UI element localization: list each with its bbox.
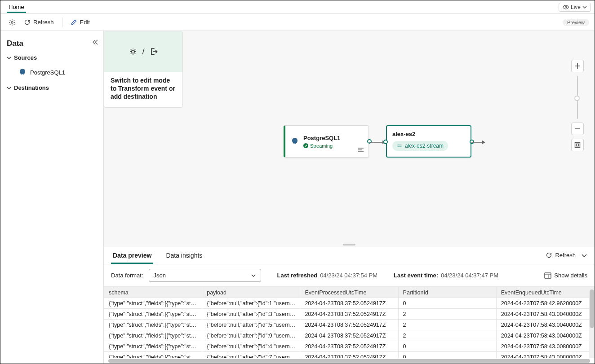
table-cell: 2 — [398, 320, 496, 330]
table-row[interactable]: {"type":"struct","fields":[{"type":"stru… — [104, 320, 595, 330]
bottom-refresh-button[interactable]: Refresh — [546, 252, 576, 259]
table-cell: {"before":null,"after":{"id":1,"usernam — [202, 298, 300, 309]
tree-section-destinations[interactable]: Destinations — [7, 84, 97, 91]
table-cell: 2 — [398, 309, 496, 320]
tab-home[interactable]: Home — [4, 1, 29, 13]
data-sidebar: Data Sources PostgreSQL1 Destinations — [0, 31, 104, 364]
table-cell: {"type":"struct","fields":[{"type":"stru… — [104, 298, 202, 309]
table-row[interactable]: {"type":"struct","fields":[{"type":"stru… — [104, 330, 595, 341]
status-text: Streaming — [310, 143, 333, 149]
table-cell: 2024-04-23T08:37:52.0524917Z — [300, 309, 398, 320]
column-header[interactable]: EventProcessedUtcTime — [300, 287, 398, 298]
plus-icon — [574, 63, 581, 69]
horizontal-scrollbar[interactable] — [108, 359, 590, 363]
refresh-icon — [24, 19, 31, 26]
tab-data-preview[interactable]: Data preview — [111, 247, 153, 263]
node-status: Streaming — [303, 143, 340, 149]
details-icon — [544, 272, 551, 279]
table-row[interactable]: {"type":"struct","fields":[{"type":"stru… — [104, 309, 595, 320]
edit-button[interactable]: Edit — [68, 17, 93, 27]
table-cell: 2024-04-23T08:37:52.0524917Z — [300, 320, 398, 330]
table-cell: 2024-04-23T08:37:52.0524917Z — [300, 330, 398, 341]
table-cell: 2024-04-23T07:58:43.0080000Z — [496, 352, 594, 359]
data-format-value: Json — [154, 272, 166, 279]
edit-icon — [71, 19, 77, 26]
sidebar-title: Data — [7, 39, 97, 48]
data-format-label: Data format: — [111, 272, 143, 279]
last-refreshed: Last refreshed 04/23/24 04:37:54 PM — [277, 272, 378, 279]
svg-rect-3 — [577, 144, 579, 146]
data-format-select[interactable]: Json — [149, 269, 261, 282]
chevron-down-icon — [582, 5, 587, 9]
toolbar: Refresh Edit Preview — [0, 14, 595, 31]
bottom-refresh-label: Refresh — [555, 252, 576, 259]
table-cell: 0 — [398, 298, 496, 309]
chevron-down-icon — [251, 273, 256, 278]
collapse-sidebar-button[interactable] — [92, 39, 98, 45]
dest-head: / — [104, 31, 182, 72]
zoom-in-button[interactable] — [571, 60, 584, 72]
transform-icon — [129, 47, 138, 56]
exit-icon — [149, 47, 158, 56]
tab-data-insights[interactable]: Data insights — [164, 247, 204, 263]
refresh-button[interactable]: Refresh — [21, 17, 57, 27]
column-header[interactable]: PartitionId — [398, 287, 496, 298]
bars-icon — [358, 147, 364, 153]
table-cell: 2024-04-23T08:37:52.0524917Z — [300, 298, 398, 309]
zoom-slider-knob[interactable] — [574, 96, 580, 101]
stream-chip[interactable]: alex-es2-stream — [392, 141, 448, 151]
source-item-label: PostgreSQL1 — [30, 69, 65, 76]
table-cell: 2024-04-23T07:58:43.0040000Z — [496, 320, 594, 330]
source-item-postgresql1[interactable]: PostgreSQL1 — [7, 66, 97, 79]
live-dropdown[interactable]: Live — [559, 3, 591, 12]
show-details-button[interactable]: Show details — [544, 272, 587, 279]
tree-section-sources[interactable]: Sources — [7, 54, 97, 61]
table-cell: 2024-04-23T07:58:43.0080000Z — [496, 341, 594, 352]
node-destination-placeholder[interactable]: / Switch to edit mode to Transform event… — [104, 31, 183, 108]
destinations-label: Destinations — [14, 84, 49, 91]
table-row[interactable]: {"type":"struct","fields":[{"type":"stru… — [104, 341, 595, 352]
sources-label: Sources — [14, 54, 37, 61]
gear-icon — [9, 19, 16, 26]
show-details-label: Show details — [554, 272, 587, 279]
svg-rect-2 — [575, 143, 580, 148]
table-row[interactable]: {"type":"struct","fields":[{"type":"stru… — [104, 298, 595, 309]
settings-button[interactable] — [6, 17, 18, 28]
tab-bar: Home Live — [0, 0, 595, 14]
refresh-label: Refresh — [33, 19, 54, 26]
table-cell: 2024-04-23T07:58:43.0040000Z — [496, 330, 594, 341]
column-header[interactable]: payload — [202, 287, 300, 298]
node-stream-alex-es2[interactable]: alex-es2 alex-es2-stream — [386, 125, 471, 158]
zoom-out-button[interactable] — [571, 123, 584, 135]
table-cell: {"type":"struct","fields":[{"type":"stru… — [104, 309, 202, 320]
column-header[interactable]: schema — [104, 287, 202, 298]
data-grid[interactable]: schemapayloadEventProcessedUtcTimePartit… — [104, 286, 595, 358]
edit-label: Edit — [80, 19, 90, 26]
svg-rect-8 — [545, 273, 551, 278]
table-cell: {"before":null,"after":{"id":4,"usernam — [202, 341, 300, 352]
svg-point-0 — [565, 6, 567, 8]
node-source-postgresql1[interactable]: PostgreSQL1 Streaming — [284, 125, 369, 158]
zoom-slider[interactable] — [577, 76, 578, 119]
table-row[interactable]: {"type":"struct","fields":[{"type":"stru… — [104, 352, 595, 359]
refresh-icon — [546, 252, 552, 259]
stream-icon — [397, 143, 402, 149]
chevron-down-icon — [7, 56, 11, 60]
chevron-down-icon — [7, 86, 11, 90]
zoom-fit-button[interactable] — [571, 139, 584, 151]
table-cell: 2 — [398, 330, 496, 341]
column-header[interactable]: EventEnqueuedUtcTime — [496, 287, 594, 298]
svg-point-1 — [11, 22, 13, 23]
postgresql-icon — [18, 68, 27, 76]
vertical-scrollbar[interactable] — [589, 287, 595, 358]
postgresql-icon — [291, 137, 299, 145]
table-cell: {"type":"struct","fields":[{"type":"stru… — [104, 330, 202, 341]
last-event-time: Last event time: 04/23/24 04:37:47 PM — [394, 272, 498, 279]
table-cell: {"type":"struct","fields":[{"type":"stru… — [104, 352, 202, 359]
table-cell: 2024-04-23T08:37:52.0524917Z — [300, 352, 398, 359]
flow-canvas[interactable]: PostgreSQL1 Streaming alex-es2 — [104, 31, 595, 243]
table-cell: {"type":"struct","fields":[{"type":"stru… — [104, 320, 202, 330]
chevron-down-icon[interactable] — [581, 252, 587, 259]
input-port[interactable] — [383, 140, 388, 144]
chevron-double-left-icon — [92, 39, 98, 45]
